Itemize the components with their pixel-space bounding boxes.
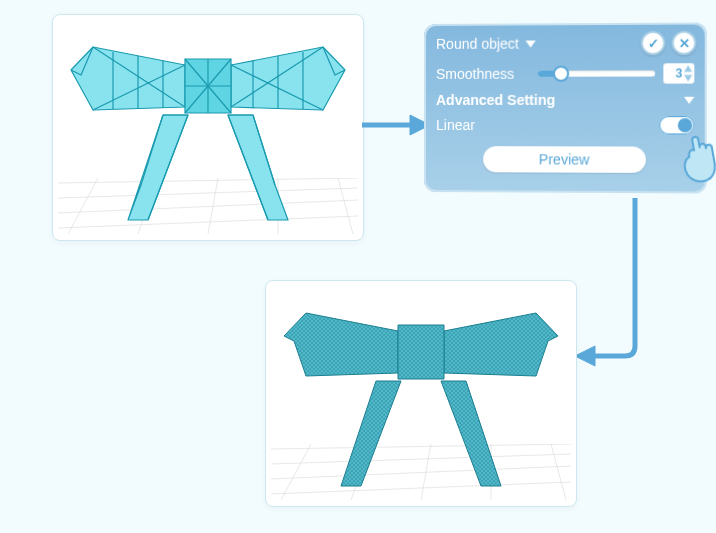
after-preview-frame xyxy=(265,280,577,507)
svg-marker-38 xyxy=(575,346,595,366)
chevron-down-icon[interactable] xyxy=(684,96,694,103)
arrow-right-icon xyxy=(360,110,430,140)
svg-marker-15 xyxy=(71,47,185,110)
before-preview-frame xyxy=(52,14,364,241)
linear-label: Linear xyxy=(436,117,475,133)
chevron-down-icon[interactable] xyxy=(525,40,535,47)
dense-bow xyxy=(266,281,576,506)
smoothness-value-input[interactable]: 3 xyxy=(663,63,694,83)
panel-title: Round object xyxy=(436,36,519,52)
svg-marker-53 xyxy=(398,325,444,379)
round-object-panel: Round object ✓ ✕ Smoothness 3 Advanced S… xyxy=(424,22,707,193)
arrow-down-left-icon xyxy=(575,196,675,376)
svg-marker-49 xyxy=(341,381,401,486)
linear-toggle[interactable] xyxy=(659,116,694,134)
svg-marker-51 xyxy=(284,313,398,376)
advanced-setting-label: Advanced Setting xyxy=(436,92,555,108)
svg-marker-52 xyxy=(444,313,558,376)
preview-button[interactable]: Preview xyxy=(483,146,646,173)
cancel-button[interactable]: ✕ xyxy=(672,31,697,56)
low-poly-bow xyxy=(53,15,363,240)
confirm-button[interactable]: ✓ xyxy=(641,31,666,55)
svg-marker-50 xyxy=(441,381,501,486)
smoothness-label: Smoothness xyxy=(436,66,514,82)
svg-marker-21 xyxy=(231,47,345,110)
smoothness-slider[interactable] xyxy=(538,70,655,76)
